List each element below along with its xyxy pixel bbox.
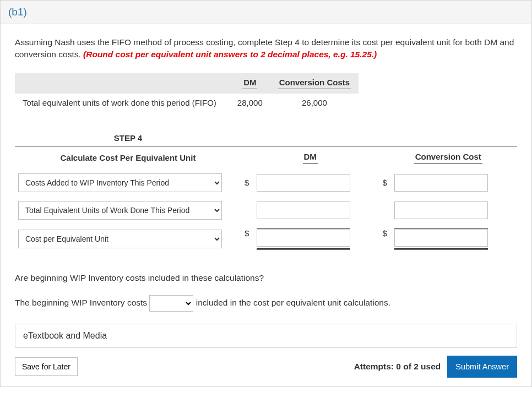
save-for-later-button[interactable]: Save for Later [15, 357, 78, 376]
attempts-label: Attempts: 0 of 2 used [354, 362, 441, 372]
eq-blank-header [15, 73, 230, 94]
footer-bar: Save for Later Attempts: 0 of 2 used Sub… [15, 356, 517, 378]
part-label: (b1) [8, 6, 27, 18]
eq-row-label: Total equivalent units of work done this… [15, 94, 230, 112]
step4-title: STEP 4 [15, 133, 241, 146]
followup-question: Are beginning WIP Inventory costs includ… [15, 273, 517, 283]
row-label-select[interactable]: Costs Added to WIP Inventory This Period [18, 173, 222, 192]
step4-row: Cost per Equivalent Unit $ $ [15, 224, 517, 254]
eq-col-cc-header: Conversion Costs [270, 73, 359, 94]
dollar-sign: $ [382, 228, 389, 238]
row-label-select[interactable]: Total Equivalent Units of Work Done This… [18, 201, 222, 220]
question-header: (b1) [1, 1, 531, 24]
cc-input-row1[interactable] [394, 201, 488, 219]
submit-answer-button[interactable]: Submit Answer [447, 356, 517, 378]
etextbook-bar[interactable]: eTextbook and Media [15, 324, 517, 348]
sentence-post: included in the cost per equivalent unit… [196, 298, 390, 307]
eq-cc-value: 26,000 [270, 94, 359, 112]
cc-input-row0[interactable] [394, 174, 488, 192]
instructions-hint: (Round cost per equivalent unit answers … [83, 50, 377, 59]
included-select[interactable] [149, 295, 193, 312]
step4-row: Total Equivalent Units of Work Done This… [15, 197, 517, 224]
dm-input-row0[interactable] [257, 174, 350, 192]
dollar-sign: $ [245, 228, 251, 238]
question-body: Assuming Nash uses the FIFO method of pr… [1, 24, 531, 386]
step4-table: STEP 4 Calculate Cost Per Equivalent Uni… [15, 133, 517, 254]
dm-input-row2[interactable] [257, 229, 350, 247]
eq-dm-value: 28,000 [230, 94, 270, 112]
step4-row: Costs Added to WIP Inventory This Period… [15, 169, 517, 197]
step4-col-cc: Conversion Cost [379, 146, 517, 169]
row-label-select[interactable]: Cost per Equivalent Unit [18, 230, 222, 248]
step4-col-calc: Calculate Cost Per Equivalent Unit [15, 146, 241, 169]
dollar-sign: $ [382, 178, 389, 187]
step4-section: STEP 4 Calculate Cost Per Equivalent Uni… [15, 133, 517, 254]
step4-col-dm: DM [241, 146, 379, 169]
dm-input-row1[interactable] [257, 201, 350, 219]
eq-col-dm-header: DM [230, 73, 270, 94]
cc-input-row2[interactable] [394, 229, 488, 247]
question-card: (b1) Assuming Nash uses the FIFO method … [0, 0, 532, 387]
fill-in-sentence: The beginning WIP Inventory costs includ… [15, 295, 517, 312]
instructions: Assuming Nash uses the FIFO method of pr… [15, 36, 517, 61]
equivalent-units-table: DM Conversion Costs Total equivalent uni… [15, 73, 359, 112]
dollar-sign: $ [245, 178, 251, 187]
sentence-pre: The beginning WIP Inventory costs [15, 298, 149, 307]
